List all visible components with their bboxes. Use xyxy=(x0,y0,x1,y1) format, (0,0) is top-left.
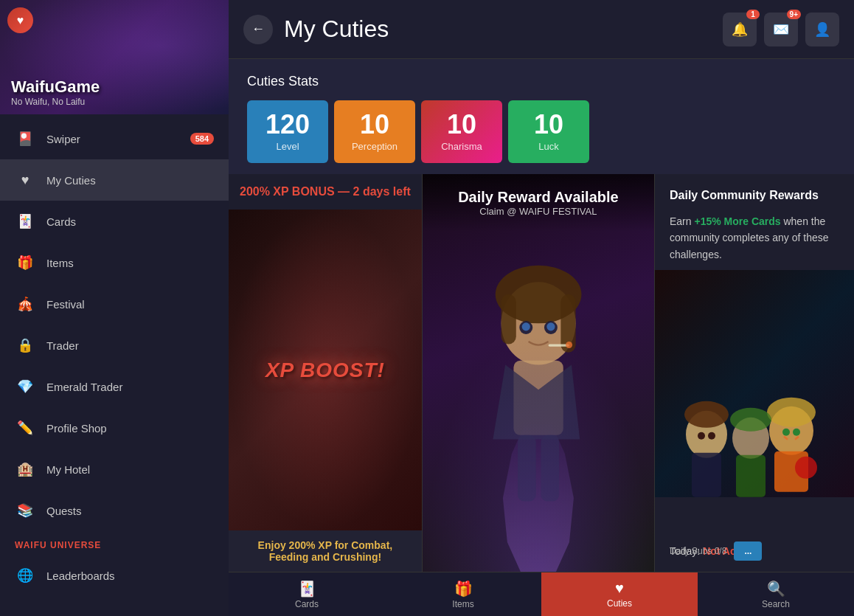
nav-label-cards: Cards xyxy=(46,215,214,228)
earn-text: Earn +15% More Cards when the community … xyxy=(670,213,839,263)
sidebar: ♥ WaifuGame No Waifu, No Laifu 🎴 Swiper … xyxy=(0,0,229,616)
xp-boost-text: XP BOOST! xyxy=(265,359,385,382)
svg-point-19 xyxy=(793,429,800,436)
character-silhouette xyxy=(494,424,583,572)
svg-point-22 xyxy=(684,401,729,428)
sidebar-item-leaderboards[interactable]: 🌐 Leaderboards xyxy=(0,555,229,596)
nav-badge-swiper: 584 xyxy=(190,133,214,145)
svg-rect-28 xyxy=(736,455,766,497)
nav-icon-trader: 🔒 xyxy=(15,335,35,356)
sidebar-header-bg: ♥ WaifuGame No Waifu, No Laifu xyxy=(0,0,229,114)
promo-header-text2: — 2 days left xyxy=(335,185,411,198)
stat-label-luck: Luck xyxy=(538,141,558,152)
cards-bottom-label: Cards xyxy=(295,599,319,609)
daily-subs-label: Daily Subs 0/8 xyxy=(670,546,726,556)
stat-value-perception: 10 xyxy=(360,111,389,138)
sidebar-item-cards[interactable]: 🃏 Cards xyxy=(0,201,229,242)
nav-icon-my-cuties: ♥ xyxy=(15,170,35,190)
stat-value-level: 120 xyxy=(265,111,310,138)
svg-rect-3 xyxy=(560,294,575,353)
nav-label-leaderboards: Leaderboards xyxy=(46,570,214,582)
daily-subs-row: Daily Subs 0/8 ... xyxy=(670,541,839,561)
stat-card-level: 120 Level xyxy=(247,100,328,163)
sidebar-item-swiper[interactable]: 🎴 Swiper 584 xyxy=(0,118,229,159)
cards-area: 200% XP BONUS — 2 days left XP BOOST! En… xyxy=(229,174,854,572)
stat-card-luck: 10 Luck xyxy=(508,100,589,163)
top-bar-actions: 🔔 1 ✉️ 9+ 👤 xyxy=(723,13,839,46)
sidebar-item-quests[interactable]: 📚 Quests xyxy=(0,490,229,531)
svg-point-8 xyxy=(546,322,555,331)
stat-card-perception: 10 Perception xyxy=(334,100,415,163)
sidebar-item-trader[interactable]: 🔒 Trader xyxy=(0,325,229,366)
sidebar-item-festival[interactable]: 🎪 Festival xyxy=(0,283,229,325)
mail-badge: 9+ xyxy=(787,10,801,19)
bell-badge: 1 xyxy=(746,10,760,19)
svg-point-12 xyxy=(566,342,572,348)
svg-rect-23 xyxy=(692,453,721,497)
search-bottom-icon: 🔍 xyxy=(767,580,785,598)
user-icon: 👤 xyxy=(814,21,830,38)
character-art xyxy=(423,174,654,572)
svg-point-20 xyxy=(795,457,817,479)
svg-point-14 xyxy=(767,398,816,427)
nav-icon-quests: 📚 xyxy=(15,500,35,521)
sidebar-item-my-cuties[interactable]: ♥ My Cuties xyxy=(0,159,229,201)
daily-reward-title: Daily Reward Available xyxy=(437,189,639,206)
nav-icon-profile-shop: ✏️ xyxy=(15,418,35,438)
stat-label-charisma: Charisma xyxy=(441,141,482,152)
mail-button[interactable]: ✉️ 9+ xyxy=(764,13,798,46)
bottom-nav-items[interactable]: 🎁 Items xyxy=(385,572,541,616)
stat-value-luck: 10 xyxy=(534,111,563,138)
items-bottom-label: Items xyxy=(452,599,473,609)
svg-rect-11 xyxy=(548,344,569,346)
nav-icon-cards: 🃏 xyxy=(15,211,35,232)
svg-rect-9 xyxy=(518,435,536,502)
user-button[interactable]: 👤 xyxy=(805,13,839,46)
stat-value-charisma: 10 xyxy=(447,111,476,138)
promo-card-header: 200% XP BONUS — 2 days left xyxy=(229,174,422,210)
promo-card-footer: Enjoy 200% XP for Combat, Feeding and Cr… xyxy=(229,530,422,572)
nav-label-swiper: Swiper xyxy=(46,133,190,145)
bottom-nav-cards[interactable]: 🃏 Cards xyxy=(229,572,385,616)
nav-icon-festival: 🎪 xyxy=(15,294,35,314)
nav-label-my-hotel: My Hotel xyxy=(46,463,214,476)
community-chars xyxy=(655,270,854,497)
bell-icon: 🔔 xyxy=(732,21,748,38)
community-char-art xyxy=(655,270,854,497)
community-card: Daily Community Rewards Earn +15% More C… xyxy=(655,174,854,572)
cards-bottom-icon: 🃏 xyxy=(298,580,316,598)
stats-cards: 120 Level 10 Perception 10 Charisma 10 L… xyxy=(247,100,836,163)
sidebar-title-area: WaifuGame No Waifu, No Laifu xyxy=(11,77,100,107)
heart-icon: ♥ xyxy=(7,7,33,33)
nav-label-quests: Quests xyxy=(46,505,214,517)
bottom-nav-cuties[interactable]: ♥ Cuties xyxy=(541,572,698,616)
items-bottom-icon: 🎁 xyxy=(454,580,473,598)
promo-card: 200% XP BONUS — 2 days left XP BOOST! En… xyxy=(229,174,423,572)
stat-label-level: Level xyxy=(276,141,299,152)
svg-rect-10 xyxy=(541,435,559,502)
nav-label-my-cuties: My Cuties xyxy=(46,174,214,187)
game-title: WaifuGame xyxy=(11,77,100,97)
stats-section: Cuties Stats 120 Level 10 Perception 10 … xyxy=(229,59,854,174)
nav-label-emerald-trader: Emerald Trader xyxy=(46,381,214,393)
daily-reward-card[interactable]: Daily Reward Available Claim @ WAIFU FES… xyxy=(423,174,655,572)
sidebar-item-my-hotel[interactable]: 🏨 My Hotel xyxy=(0,449,229,490)
bottom-nav-search[interactable]: 🔍 Search xyxy=(698,572,854,616)
bell-button[interactable]: 🔔 1 xyxy=(723,13,757,46)
sidebar-item-emerald-trader[interactable]: 💎 Emerald Trader xyxy=(0,366,229,407)
daily-subs-button[interactable]: ... xyxy=(734,541,762,561)
stats-title: Cuties Stats xyxy=(247,74,836,89)
sidebar-item-profile-shop[interactable]: ✏️ Profile Shop xyxy=(0,407,229,449)
promo-banner[interactable]: XP BOOST! xyxy=(229,210,422,530)
sidebar-item-items[interactable]: 🎁 Items xyxy=(0,242,229,283)
community-chars-bg xyxy=(655,270,854,497)
nav-label-items: Items xyxy=(46,257,214,269)
sidebar-nav: 🎴 Swiper 584 ♥ My Cuties 🃏 Cards 🎁 Items… xyxy=(0,114,229,616)
stat-label-perception: Perception xyxy=(352,141,398,152)
daily-reward-subtitle: Claim @ WAIFU FESTIVAL xyxy=(437,206,639,217)
promo-header-text1: 200% XP BONUS xyxy=(240,185,335,198)
nav-label-profile-shop: Profile Shop xyxy=(46,422,214,435)
waifu-universe-label: WAIFU UNIVERSE xyxy=(0,531,229,555)
back-button[interactable]: ← xyxy=(243,15,273,44)
nav-icon-items: 🎁 xyxy=(15,252,35,273)
